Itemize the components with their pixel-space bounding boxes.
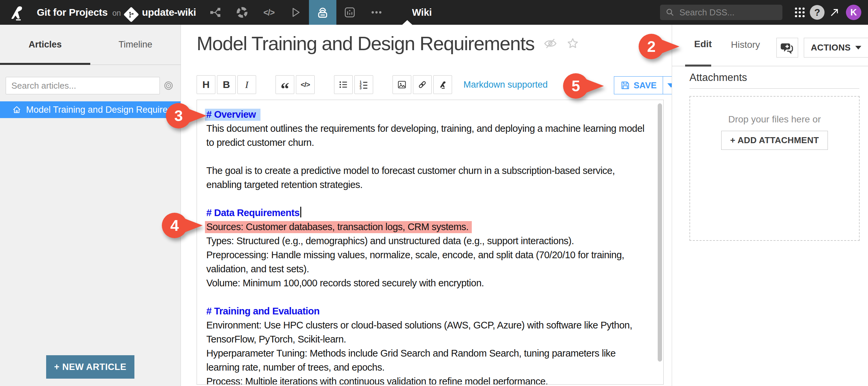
numbered-list-button[interactable]: 123	[354, 75, 373, 94]
bold-button[interactable]: B	[217, 75, 236, 94]
tab-timeline[interactable]: Timeline	[90, 25, 181, 64]
trend-arrow-icon[interactable]	[826, 0, 843, 25]
edit-tab-underline	[685, 64, 711, 66]
top-nav: Git for Projects on update-wiki </>	[0, 0, 868, 25]
lab-rotor-icon[interactable]	[229, 0, 255, 25]
editor-paragraph-text: Volume: Minimum 100,000 records stored s…	[206, 278, 484, 288]
search-articles-input[interactable]	[6, 77, 160, 94]
italic-button[interactable]: I	[238, 75, 256, 94]
wiki-tab-pointer	[402, 20, 412, 25]
panel-tabs: Edit History ACTIONS	[672, 25, 868, 66]
bullet-list-button[interactable]	[334, 75, 353, 94]
editor-paragraph-text: Hyperparameter Tuning: Methods include G…	[206, 348, 616, 373]
more-dots-icon[interactable]	[363, 0, 390, 25]
editor-line: # Data Requirements	[206, 206, 650, 220]
editor-line: This document outlines the requirements …	[206, 121, 650, 150]
code-icon[interactable]: </>	[255, 0, 282, 25]
article-title: Model Training and Design Requirements	[196, 32, 534, 55]
discussion-icon	[781, 41, 794, 55]
tab-history[interactable]: History	[731, 39, 760, 50]
editor-line: Volume: Minimum 100,000 records stored s…	[206, 276, 650, 290]
chevron-down-icon	[855, 46, 861, 50]
insert-dataiku-object-button[interactable]	[433, 75, 452, 94]
unwatch-eye-icon[interactable]	[544, 37, 557, 50]
git-branch-icon	[123, 7, 139, 22]
editor-heading-text: # Overview	[205, 109, 260, 121]
dataiku-logo-icon[interactable]	[9, 4, 25, 21]
article-list-item-label: Model Training and Design Requirements	[26, 105, 181, 115]
project-name[interactable]: Git for Projects	[37, 7, 108, 18]
global-search[interactable]	[660, 5, 782, 20]
page-title-nav: Wiki	[412, 7, 432, 18]
dashboard-icon[interactable]	[336, 0, 363, 25]
save-button[interactable]: SAVE	[614, 77, 663, 94]
global-search-input[interactable]	[679, 7, 773, 18]
flow-icon[interactable]	[202, 0, 229, 25]
scope-target-icon[interactable]	[163, 80, 174, 92]
callout-3: 3	[166, 103, 191, 128]
right-panel: Edit History ACTIONS Attachments Drop yo…	[672, 25, 868, 386]
editor-line: Process: Multiple iterations with contin…	[206, 374, 650, 385]
callout-4: 4	[162, 213, 187, 238]
dropzone-hint: Drop your files here or	[690, 114, 859, 125]
callout-5: 5	[563, 73, 588, 99]
insert-link-button[interactable]	[413, 75, 432, 94]
attachments-title: Attachments	[689, 71, 859, 89]
home-icon	[12, 105, 22, 114]
editor-blank-line	[206, 192, 650, 206]
user-avatar[interactable]: K	[846, 5, 861, 20]
editor-heading-text: # Training and Evaluation	[206, 306, 320, 317]
editor-paragraph-text: Process: Multiple iterations with contin…	[206, 376, 548, 385]
tab-articles[interactable]: Articles	[0, 25, 90, 64]
search-icon	[665, 8, 675, 17]
dss-wiki-page: Git for Projects on update-wiki </>	[0, 0, 868, 386]
actions-dropdown-button[interactable]: ACTIONS	[804, 38, 868, 58]
editor-heading-text: # Data Requirements	[206, 207, 300, 218]
save-button-group: SAVE	[614, 76, 680, 94]
editor-paragraph-text: This document outlines the requirements …	[206, 123, 644, 148]
tab-edit[interactable]: Edit	[694, 39, 712, 50]
markdown-supported-link[interactable]: Markdown supported	[463, 80, 548, 90]
branch-name[interactable]: update-wiki	[142, 7, 196, 18]
text-caret	[300, 207, 301, 217]
quote-button[interactable]: “	[276, 75, 294, 94]
nav-icon-bar: </>	[202, 0, 390, 25]
add-attachment-button[interactable]: + ADD ATTACHMENT	[721, 131, 828, 150]
help-icon[interactable]: ?	[808, 0, 826, 25]
editor-blank-line	[206, 290, 650, 304]
star-icon[interactable]	[566, 37, 579, 50]
editor-line: # Overview	[206, 107, 650, 121]
markdown-editor[interactable]: # OverviewThis document outlines the req…	[196, 100, 664, 385]
editor-line: Sources: Customer databases, transaction…	[206, 220, 650, 234]
article-list-item-selected[interactable]: Model Training and Design Requirements	[0, 101, 181, 118]
editor-paragraph-text: The goal is to create a predictive model…	[206, 165, 615, 190]
code-block-button[interactable]: </>	[296, 75, 315, 94]
wiki-tab-active[interactable]	[309, 0, 336, 25]
editor-line: Preprocessing: Handle missing values, no…	[206, 248, 650, 276]
jobs-play-icon[interactable]	[282, 0, 309, 25]
editor-scrollbar[interactable]	[658, 103, 662, 362]
new-article-button[interactable]: + NEW ARTICLE	[46, 355, 134, 379]
heading-button[interactable]: H	[196, 75, 215, 94]
articles-sidebar: Articles Timeline Model Training and Des…	[0, 25, 181, 386]
editor-blank-line	[206, 150, 650, 164]
on-label: on	[112, 9, 121, 18]
svg-text:3: 3	[360, 86, 362, 90]
editor-line: Types: Structured (e.g., demographics) a…	[206, 234, 650, 248]
breadcrumb: Git for Projects on update-wiki	[37, 7, 196, 19]
sidebar-tabs: Articles Timeline	[0, 25, 181, 65]
editor-paragraph-text: Preprocessing: Handle missing values, no…	[206, 249, 624, 274]
save-floppy-icon	[620, 80, 630, 90]
editor-paragraph-text: Environment: Use HPC clusters or cloud-b…	[206, 320, 632, 345]
attachments-dropzone[interactable]: Drop your files here or + ADD ATTACHMENT	[689, 96, 860, 241]
active-tab-underline	[0, 63, 90, 65]
insert-image-button[interactable]	[393, 75, 411, 94]
editor-line: # Training and Evaluation	[206, 304, 650, 318]
discussions-button[interactable]	[776, 38, 798, 58]
editor-paragraph-text: Types: Structured (e.g., demographics) a…	[206, 236, 574, 246]
callout-2: 2	[639, 34, 664, 59]
editor-paragraph-text: Sources: Customer databases, transaction…	[205, 221, 472, 233]
editor-line: Hyperparameter Tuning: Methods include G…	[206, 346, 650, 374]
apps-grid-icon[interactable]	[791, 0, 808, 25]
editor-line: The goal is to create a predictive model…	[206, 164, 650, 192]
